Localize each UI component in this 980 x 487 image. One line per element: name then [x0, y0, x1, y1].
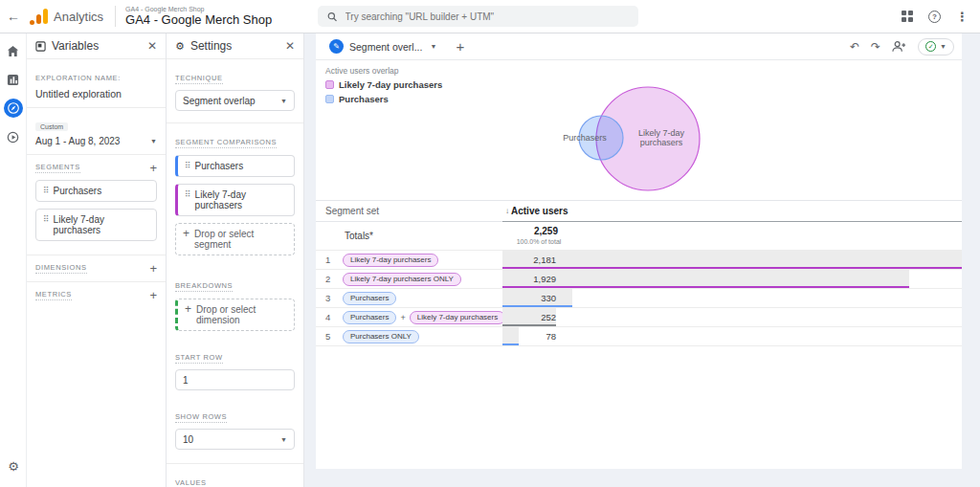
value-bar	[502, 270, 909, 288]
table-row[interactable]: 3 Purchasers 330	[316, 289, 962, 308]
breakdowns-label: BREAKDOWNS	[175, 281, 233, 292]
divider	[115, 6, 116, 27]
redo-icon[interactable]: ↷	[871, 40, 880, 54]
row-number: 5	[316, 327, 343, 345]
comparison-likely-7-day[interactable]: ⠿ Likely 7-day purchasers	[175, 184, 295, 216]
table-row[interactable]: 5 Purchasers ONLY 78	[316, 327, 962, 346]
drag-handle-icon[interactable]: ⠿	[43, 186, 48, 196]
metrics-label: METRICS	[35, 290, 72, 300]
segment-pill[interactable]: Likely 7-day purchasers ONLY	[343, 273, 461, 286]
technique-section: TECHNIQUE Segment overlap ▼	[167, 59, 303, 123]
variables-title: Variables	[52, 39, 142, 53]
chevron-down-icon: ▼	[150, 138, 157, 144]
start-row-section: START ROW	[167, 339, 303, 398]
value-number: 2,181	[502, 251, 556, 269]
row-number: 4	[316, 308, 343, 326]
chevron-down-icon: ▼	[280, 436, 287, 443]
explore-icon[interactable]	[4, 99, 23, 118]
table-row[interactable]: 1 Likely 7-day purchasers 2,181	[316, 251, 962, 270]
value-number: 1,929	[502, 270, 556, 288]
totals-label: Totals*	[316, 222, 502, 250]
drag-handle-icon[interactable]: ⠿	[43, 214, 48, 225]
home-icon[interactable]	[4, 41, 23, 60]
exploration-name-section: EXPLORATION NAME: Untitled exploration	[27, 59, 166, 108]
saved-status-button[interactable]: ✓ ▼	[918, 38, 954, 55]
search-bar[interactable]	[318, 6, 638, 27]
segments-section: SEGMENTS + ⠿ Purchasers ⠿ Likely 7-day p…	[27, 155, 166, 255]
chevron-down-icon: ▼	[940, 43, 947, 50]
values-label: VALUES	[175, 478, 207, 487]
segment-pill[interactable]: Likely 7-day purchasers	[410, 311, 505, 324]
comparison-purchasers[interactable]: ⠿ Purchasers	[175, 155, 295, 177]
top-bar: ← Analytics GA4 - Google Merch Shop GA4 …	[0, 0, 980, 33]
venn-label-likely-7-day: Likely 7-day purchasers	[627, 128, 696, 147]
legend-item: Likely 7-day purchasers	[325, 79, 442, 90]
segment-comparisons-section: SEGMENT COMPARISONS ⠿ Purchasers ⠿ Likel…	[167, 123, 303, 267]
show-rows-section: SHOW ROWS 10 ▼	[167, 398, 303, 464]
analytics-logo-icon	[29, 8, 50, 25]
add-dimension-icon[interactable]: +	[149, 264, 157, 274]
variables-panel: Variables ✕ EXPLORATION NAME: Untitled e…	[27, 33, 167, 487]
back-icon[interactable]: ←	[0, 9, 27, 24]
drag-handle-icon[interactable]: ⠿	[185, 161, 189, 171]
drop-segment-zone[interactable]: + Drop or select segment	[175, 223, 295, 255]
totals-percent: 100.0% of total	[502, 238, 575, 245]
col-segment-set[interactable]: Segment set	[316, 201, 502, 222]
segment-pill[interactable]: Purchasers	[343, 311, 396, 324]
dimensions-label: DIMENSIONS	[35, 263, 87, 274]
table-row[interactable]: 2 Likely 7-day purchasers ONLY 1,929	[316, 270, 962, 289]
segment-item-purchasers[interactable]: ⠿ Purchasers	[35, 180, 157, 202]
advertising-icon[interactable]	[4, 127, 23, 146]
date-custom-badge: Custom	[35, 122, 68, 131]
table-row[interactable]: 4 Purchasers + Likely 7-day purchasers 2…	[316, 308, 962, 327]
value-number: 330	[502, 289, 556, 307]
settings-title: Settings	[190, 39, 279, 53]
apps-grid-icon[interactable]	[902, 11, 913, 22]
canvas-toolbar: ✎ Segment overl... ▼ + ↶ ↷ ✓ ▼	[316, 33, 962, 60]
add-metric-icon[interactable]: +	[149, 291, 157, 300]
drag-handle-icon[interactable]: ⠿	[185, 189, 189, 200]
col-active-users[interactable]: ↓ Active users	[502, 201, 962, 222]
show-rows-select[interactable]: 10 ▼	[175, 429, 295, 450]
kebab-menu-icon[interactable]: ⋮	[956, 10, 969, 24]
exploration-name-value[interactable]: Untitled exploration	[35, 88, 157, 100]
value-number: 78	[502, 327, 556, 345]
add-tab-icon[interactable]: +	[456, 38, 464, 55]
dimensions-section: DIMENSIONS +	[27, 255, 166, 282]
segments-label: SEGMENTS	[35, 163, 80, 173]
nav-rail: ⚙	[0, 33, 27, 487]
drop-dimension-zone[interactable]: + Drop or select dimension	[175, 299, 295, 331]
segment-pill[interactable]: Likely 7-day purchasers	[343, 254, 438, 267]
add-segment-icon[interactable]: +	[149, 164, 157, 173]
close-settings-icon[interactable]: ✕	[285, 39, 295, 53]
help-icon[interactable]: ?	[928, 11, 941, 23]
undo-icon[interactable]: ↶	[850, 40, 859, 54]
reports-icon[interactable]	[4, 70, 23, 89]
tab-segment-overlap[interactable]: ✎ Segment overl... ▼	[323, 39, 442, 54]
start-row-input[interactable]	[183, 375, 287, 386]
account-switcher[interactable]: GA4 - Google Merch Shop GA4 - Google Mer…	[125, 6, 272, 27]
settings-panel: ⚙ Settings ✕ TECHNIQUE Segment overlap ▼…	[167, 33, 304, 487]
technique-select[interactable]: Segment overlap ▼	[175, 90, 295, 111]
segment-pill[interactable]: Purchasers	[343, 292, 396, 305]
venn-section: Active users overlap Likely 7-day purcha…	[316, 60, 962, 201]
search-icon	[327, 11, 337, 22]
totals-value: 2,259	[502, 226, 558, 236]
start-row-label: START ROW	[175, 353, 223, 364]
breakdowns-section: BREAKDOWNS + Drop or select dimension	[167, 267, 303, 339]
plus-icon: +	[183, 229, 189, 239]
search-input[interactable]	[345, 11, 630, 22]
segment-pill[interactable]: Purchasers ONLY	[343, 330, 419, 343]
legend-title: Active users overlap	[325, 66, 442, 76]
share-user-icon[interactable]	[892, 40, 906, 53]
technique-label: TECHNIQUE	[175, 74, 223, 84]
value-bar	[502, 251, 962, 269]
values-section: VALUES Active users + Drop or select met…	[167, 464, 303, 487]
date-range-picker[interactable]: Aug 1 - Aug 8, 2023 ▼	[35, 136, 157, 146]
plus-icon: +	[185, 304, 191, 315]
segment-comparisons-label: SEGMENT COMPARISONS	[175, 138, 277, 148]
pencil-icon: ✎	[329, 39, 344, 54]
close-variables-icon[interactable]: ✕	[147, 39, 157, 53]
segment-item-likely-7-day[interactable]: ⠿ Likely 7-day purchasers	[35, 209, 157, 241]
admin-gear-icon[interactable]: ⚙	[0, 459, 27, 474]
